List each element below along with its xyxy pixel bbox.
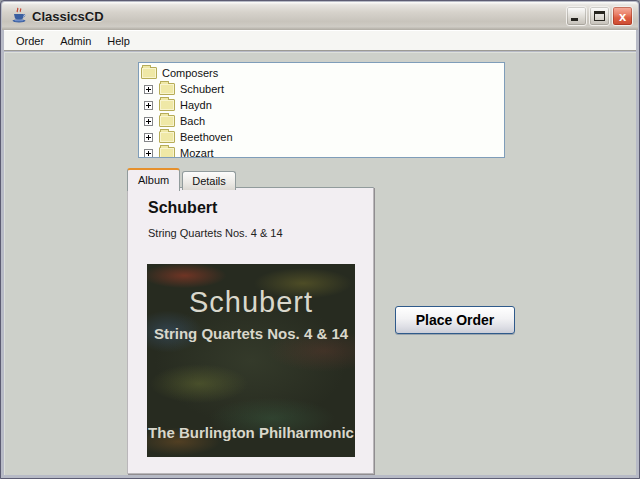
- maximize-button[interactable]: [589, 6, 610, 26]
- tree-node-schubert[interactable]: Schubert: [141, 81, 504, 97]
- minimize-button[interactable]: [566, 6, 587, 26]
- folder-icon: [141, 67, 157, 79]
- menu-bar: Order Admin Help: [4, 30, 636, 51]
- expand-icon[interactable]: [144, 85, 153, 94]
- album-panel: Schubert String Quartets Nos. 4 & 14 Sch…: [127, 187, 374, 474]
- application-window: ClassicsCD x Order Admin Help Composers …: [0, 0, 640, 479]
- tree-node-label: Haydn: [180, 99, 212, 111]
- close-button[interactable]: x: [612, 6, 633, 26]
- menu-admin[interactable]: Admin: [52, 33, 99, 49]
- folder-icon: [159, 131, 175, 143]
- tree-node-bach[interactable]: Bach: [141, 113, 504, 129]
- composer-tree[interactable]: Composers Schubert Haydn Bach Beethoven: [138, 62, 505, 158]
- folder-icon: [159, 99, 175, 111]
- maximize-icon: [594, 11, 605, 21]
- folder-icon: [159, 83, 175, 95]
- tree-node-haydn[interactable]: Haydn: [141, 97, 504, 113]
- window-title: ClassicsCD: [32, 9, 566, 24]
- menu-order[interactable]: Order: [8, 33, 52, 49]
- album-subtitle: String Quartets Nos. 4 & 14: [148, 227, 283, 239]
- album-cover-image: Schubert String Quartets Nos. 4 & 14 The…: [147, 264, 355, 457]
- expand-icon[interactable]: [144, 149, 153, 158]
- title-bar[interactable]: ClassicsCD x: [2, 2, 638, 30]
- tree-node-composers[interactable]: Composers: [141, 65, 504, 81]
- java-cup-icon: [10, 7, 28, 25]
- tab-strip: Album Details: [127, 168, 238, 190]
- folder-icon: [159, 115, 175, 127]
- expand-icon[interactable]: [144, 117, 153, 126]
- tab-details[interactable]: Details: [182, 171, 236, 190]
- tree-node-label: Beethoven: [180, 131, 233, 143]
- place-order-button[interactable]: Place Order: [395, 306, 515, 334]
- expand-icon[interactable]: [144, 133, 153, 142]
- album-title: Schubert: [148, 199, 217, 217]
- tree-node-label: Composers: [162, 67, 218, 79]
- cover-orchestra: The Burlington Philharmonic: [147, 424, 355, 441]
- expand-icon[interactable]: [144, 101, 153, 110]
- tree-node-label: Bach: [180, 115, 205, 127]
- tree-node-label: Mozart: [180, 147, 214, 158]
- cover-work-title: String Quartets Nos. 4 & 14: [147, 325, 355, 342]
- tree-node-beethoven[interactable]: Beethoven: [141, 129, 504, 145]
- cover-composer: Schubert: [147, 286, 355, 319]
- menu-help[interactable]: Help: [99, 33, 138, 49]
- folder-icon: [159, 147, 175, 158]
- content-area: Composers Schubert Haydn Bach Beethoven: [4, 52, 636, 475]
- tree-node-mozart[interactable]: Mozart: [141, 145, 504, 158]
- tree-node-label: Schubert: [180, 83, 224, 95]
- tab-album[interactable]: Album: [127, 168, 180, 191]
- close-icon: x: [613, 7, 632, 25]
- minimize-icon: [571, 18, 578, 21]
